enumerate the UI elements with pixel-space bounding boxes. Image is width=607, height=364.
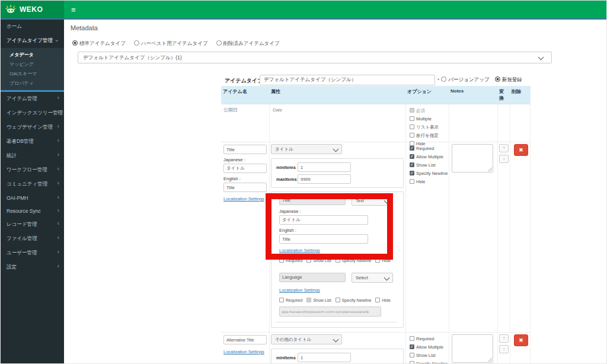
radio-new-registration[interactable]: 新規登録 bbox=[495, 76, 522, 84]
sidebar-item-indextree-mgmt[interactable]: インデックスツリー管理‹ bbox=[1, 106, 64, 120]
option-multiple[interactable]: Multiple bbox=[410, 116, 449, 122]
move-up-button[interactable]: ↑ bbox=[499, 334, 509, 343]
down-arrow-icon: ↓ bbox=[503, 346, 505, 352]
language-type-select[interactable]: Select bbox=[352, 273, 393, 283]
radio-version-up[interactable]: バージョンアップ bbox=[441, 76, 489, 84]
sidebar-item-resource-sync[interactable]: Resource Sync‹ bbox=[1, 205, 64, 218]
checkbox-icon bbox=[306, 258, 311, 263]
item-name-input[interactable] bbox=[223, 335, 267, 344]
notes-textarea[interactable] bbox=[452, 144, 493, 173]
chevron-down-icon: ⌄ bbox=[55, 37, 59, 43]
option-allow-multiple[interactable]: Allow Multiple bbox=[410, 344, 449, 350]
localization-settings-link[interactable]: Localization Settings bbox=[223, 196, 264, 202]
up-arrow-icon: ↑ bbox=[503, 145, 505, 151]
option-hide[interactable]: Hide bbox=[410, 179, 449, 184]
table-row-title: Japanese : English : Localization Settin… bbox=[221, 142, 531, 333]
chevron-left-icon: ‹ bbox=[57, 152, 59, 158]
checkbox-icon bbox=[306, 298, 311, 302]
checkbox-icon bbox=[410, 344, 414, 349]
chevron-left-icon: ‹ bbox=[57, 109, 59, 115]
sidebar-subitem-oai-schema[interactable]: OAIスキーマ bbox=[1, 69, 64, 78]
option-specify-newline[interactable]: Specify Newline bbox=[336, 258, 372, 263]
sidebar-item-itemtype-mgmt[interactable]: アイテムタイプ管理 ⌄ bbox=[1, 34, 64, 48]
sidebar-item-authordb-mgmt[interactable]: 著者DB管理‹ bbox=[1, 135, 64, 149]
brand-logo[interactable]: WEKO bbox=[1, 1, 64, 18]
sidebar-item-statistics[interactable]: 統計‹ bbox=[1, 149, 64, 163]
option-show-list[interactable]: Show List bbox=[410, 353, 449, 358]
sidebar-item-workflow-mgmt[interactable]: ワークフロー管理‹ bbox=[1, 163, 64, 177]
option-required[interactable]: 必須 bbox=[410, 108, 449, 113]
delete-row-button[interactable]: ✖ bbox=[514, 334, 528, 346]
screenshot-frame: WEKO ≡ ホーム アイテムタイプ管理 ⌄ メタデータ マッピング OAIスキ… bbox=[0, 0, 607, 364]
localization-settings-link[interactable]: Localization Settings bbox=[223, 349, 264, 355]
option-show-list[interactable]: Show List bbox=[306, 258, 331, 263]
sidebar-item-file-mgmt[interactable]: ファイル管理‹ bbox=[1, 232, 64, 246]
attribute-type-select[interactable]: タイトル bbox=[271, 144, 342, 154]
radio-harvest-itemtype[interactable]: ハーベスト用アイテムタイプ bbox=[134, 40, 208, 47]
chevron-left-icon: ‹ bbox=[57, 138, 59, 143]
sidebar-item-home[interactable]: ホーム bbox=[1, 20, 64, 34]
sidebar-subitem-property[interactable]: プロパティ bbox=[1, 78, 64, 88]
move-down-button[interactable]: ↓ bbox=[499, 155, 509, 163]
col-header-options: オプション bbox=[405, 86, 449, 104]
sidebar-item-community-mgmt[interactable]: コミュニティ管理‹ bbox=[1, 177, 64, 191]
option-show-list[interactable]: リスト表示 bbox=[410, 124, 449, 130]
chevron-left-icon: ‹ bbox=[57, 180, 59, 186]
sidebar-item-user-mgmt[interactable]: ユーザー管理‹ bbox=[1, 246, 64, 260]
min-items-input[interactable] bbox=[298, 162, 351, 172]
move-down-button[interactable]: ↓ bbox=[499, 345, 509, 353]
delete-row-button[interactable]: ✖ bbox=[514, 144, 528, 156]
option-hide[interactable]: Hide bbox=[375, 298, 390, 302]
subfield-english-input[interactable] bbox=[279, 234, 368, 244]
sidebar-item-webdesign-mgmt[interactable]: ウェブデザイン管理‹ bbox=[1, 120, 64, 135]
option-specify-newline[interactable]: Specify Newline bbox=[410, 171, 449, 176]
max-items-label: maxItems bbox=[276, 177, 298, 182]
option-required[interactable]: Required bbox=[279, 258, 302, 263]
sidebar-subitem-metadata[interactable]: メタデータ bbox=[1, 50, 64, 59]
radio-standard-itemtype[interactable]: 標準アイテムタイプ bbox=[72, 40, 126, 47]
option-allow-multiple[interactable]: Allow Multiple bbox=[410, 154, 449, 159]
notes-textarea[interactable] bbox=[452, 334, 493, 363]
checkbox-icon bbox=[410, 179, 414, 184]
attribute-type-select[interactable]: その他のタイトル bbox=[271, 334, 342, 344]
option-show-list[interactable]: Show List bbox=[410, 162, 449, 168]
table-header-row: アイテム名 属性 オプション Notes 変換 削除 bbox=[221, 86, 531, 104]
option-hide[interactable]: Hide bbox=[375, 258, 390, 263]
sidebar-item-oai-pmh[interactable]: OAI-PMH‹ bbox=[1, 191, 64, 205]
min-items-input[interactable] bbox=[298, 353, 351, 362]
chevron-down-icon bbox=[538, 55, 544, 60]
page-title: Metadata bbox=[71, 24, 98, 31]
itemtype-select[interactable]: デフォルトアイテムタイプ（シンプル）(1) bbox=[78, 52, 552, 63]
move-up-button[interactable]: ↑ bbox=[499, 144, 509, 152]
localization-settings-link[interactable]: Localization Settings bbox=[279, 248, 320, 253]
subfield-japanese-input[interactable] bbox=[279, 215, 368, 225]
option-required[interactable]: Required bbox=[410, 336, 449, 341]
hamburger-icon: ≡ bbox=[71, 5, 76, 14]
item-name-input[interactable] bbox=[223, 145, 267, 154]
japanese-name-input[interactable] bbox=[223, 164, 267, 173]
sidebar-item-item-mgmt[interactable]: アイテム管理‹ bbox=[1, 92, 64, 106]
radio-deleted-itemtype[interactable]: 削除済みアイテムタイプ bbox=[216, 40, 280, 47]
checkbox-icon bbox=[410, 154, 414, 159]
option-specify-newline[interactable]: Specify Newline bbox=[410, 361, 449, 364]
radio-icon bbox=[134, 40, 139, 46]
checkbox-icon bbox=[410, 124, 414, 129]
itemtype-name-input[interactable] bbox=[260, 75, 435, 85]
max-items-input[interactable] bbox=[298, 174, 351, 184]
localization-settings-link[interactable]: Localization Settings bbox=[279, 288, 320, 293]
checkbox-icon bbox=[410, 133, 414, 138]
english-name-input[interactable] bbox=[223, 183, 267, 192]
checkbox-icon bbox=[375, 298, 380, 302]
sidebar-item-settings[interactable]: 設定‹ bbox=[1, 260, 64, 274]
sidebar-item-record-mgmt[interactable]: レコード管理‹ bbox=[1, 218, 64, 232]
sidebar-toggle-button[interactable]: ≡ bbox=[67, 1, 80, 18]
option-required[interactable]: Required bbox=[410, 146, 449, 151]
option-required[interactable]: Required bbox=[279, 298, 302, 302]
option-specify-newline[interactable]: Specify Newline bbox=[336, 298, 372, 302]
subfield-type-select[interactable]: Text bbox=[352, 196, 393, 206]
chevron-left-icon: ‹ bbox=[57, 123, 59, 129]
sidebar-subitem-mapping[interactable]: マッピング bbox=[1, 59, 64, 69]
option-show-list[interactable]: Show List bbox=[306, 298, 331, 302]
japanese-label: Japanese : bbox=[223, 157, 267, 162]
option-specify-newline[interactable]: 改行を指定 bbox=[410, 133, 449, 138]
